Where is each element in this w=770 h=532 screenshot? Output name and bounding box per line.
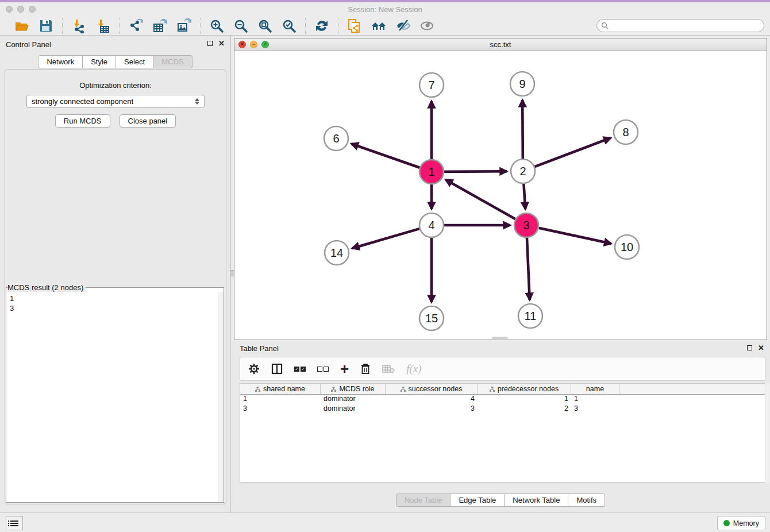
cell-successor-nodes[interactable]: 3 [386,404,478,414]
zoom-out-icon[interactable] [233,18,249,34]
cell-shared-name[interactable]: 1 [240,395,321,404]
select-all-checkboxes-icon[interactable]: ✓✓ [294,360,306,377]
canvas-resize-grip[interactable] [492,337,508,339]
search-input[interactable] [596,19,764,32]
network-window-titlebar[interactable]: ✕ − + scc.txt [234,38,767,51]
first-neighbors-icon[interactable] [371,18,387,34]
tab-node-table[interactable]: Node Table [396,494,451,507]
table-row[interactable]: 3dominator323 [240,404,765,414]
float-table-panel-icon[interactable] [747,345,752,350]
memory-status-icon [723,520,730,526]
show-all-icon[interactable] [419,18,435,34]
import-network-icon[interactable] [71,18,87,34]
cell-MCDS-role[interactable]: dominator [321,395,386,404]
control-panel-tabs: NetworkStyleSelectMCDS [0,55,230,68]
fit-content-icon[interactable] [257,18,273,34]
window-title: Session: New Session [0,5,770,14]
cell-name[interactable]: 1 [571,395,619,404]
cell-predecessor-nodes[interactable]: 1 [478,395,571,404]
cell-successor-nodes[interactable]: 4 [386,395,478,404]
column-header-MCDS-role[interactable]: MCDS role [321,384,386,394]
memory-label: Memory [733,519,759,527]
graph-node-label-9: 9 [519,78,525,90]
task-history-button[interactable] [6,516,23,530]
graph-node-label-7: 7 [428,79,434,91]
run-mcds-button[interactable]: Run MCDS [55,114,110,128]
control-panel-window-buttons: ✕ [207,41,225,46]
memory-button[interactable]: Memory [717,516,765,530]
criterion-value: strongly connected component [32,97,133,106]
flat-hierarchy-icon [490,387,495,392]
edge-2-3[interactable] [523,184,525,209]
close-table-panel-icon[interactable]: ✕ [758,345,764,350]
flat-hierarchy-icon [255,387,260,392]
zoom-selected-icon[interactable] [281,18,297,34]
graph-node-label-14: 14 [330,246,343,259]
graph-node-label-3: 3 [523,219,529,232]
export-table-icon[interactable] [152,18,168,34]
import-table-icon[interactable] [95,18,111,34]
column-header-shared-name[interactable]: shared name [240,384,321,394]
edge-2-9[interactable] [522,100,523,159]
tab-mcds[interactable]: MCDS [153,55,192,68]
export-network-icon[interactable] [128,18,144,34]
edge-1-2[interactable] [444,171,507,172]
table-tabs: Node TableEdge TableNetwork TableMotifs [231,494,770,507]
node-table[interactable]: shared nameMCDS rolesuccessor nodesprede… [240,383,765,483]
tab-network-table[interactable]: Network Table [505,494,568,507]
cell-MCDS-role[interactable]: dominator [321,404,386,414]
tab-motifs[interactable]: Motifs [568,494,605,507]
column-header-successor-nodes[interactable]: successor nodes [386,384,478,394]
delete-row-icon[interactable] [360,360,371,377]
open-session-icon[interactable] [14,18,30,34]
gear-icon[interactable] [248,360,260,377]
table-panel-title: Table Panel [240,344,279,353]
table-body: 1dominator4113dominator323 [240,395,765,414]
tab-select[interactable]: Select [116,55,153,68]
graph-node-label-11: 11 [525,310,537,322]
tab-edge-table[interactable]: Edge Table [451,494,505,507]
edge-3-1[interactable] [445,180,515,219]
zoom-in-icon[interactable] [209,18,225,34]
clone-network-icon[interactable] [346,18,363,34]
graph-node-label-6: 6 [333,132,339,145]
table-panel-window-buttons: ✕ [747,345,764,350]
tab-network[interactable]: Network [38,55,83,68]
cell-shared-name[interactable]: 3 [240,404,321,414]
delete-table-icon [382,360,395,377]
column-header-name[interactable]: name [571,384,619,394]
edge-2-8[interactable] [535,138,611,167]
edge-4-14[interactable] [352,229,419,248]
table-row[interactable]: 1dominator411 [240,395,765,404]
column-header-predecessor-nodes[interactable]: predecessor nodes [478,384,571,394]
cell-predecessor-nodes[interactable]: 2 [478,404,571,414]
apply-layout-icon[interactable] [314,18,330,34]
mcds-result-scrollbar[interactable] [218,292,224,502]
hide-selected-icon[interactable] [395,18,411,34]
save-session-icon[interactable] [38,18,54,34]
graph-node-label-8: 8 [622,126,629,138]
edge-3-11[interactable] [527,238,530,300]
table-scrollbar[interactable] [765,383,769,483]
network-canvas[interactable]: 7968124314101511 [234,51,767,340]
close-panel-icon[interactable]: ✕ [218,41,225,46]
criterion-select[interactable]: strongly connected component [26,95,205,108]
task-list-icon [10,521,18,526]
flat-hierarchy-icon [331,387,336,392]
graph-node-label-15: 15 [425,312,438,325]
close-panel-button[interactable]: Close panel [120,114,176,128]
cell-name[interactable]: 3 [571,404,619,414]
deselect-all-checkboxes-icon[interactable] [317,360,329,377]
tab-style[interactable]: Style [83,55,116,68]
split-columns-icon[interactable] [271,360,283,377]
edge-1-6[interactable] [351,144,419,168]
function-builder-icon: f(x) [406,360,421,377]
add-row-icon[interactable]: + [340,360,349,377]
mcds-result-group: MCDS result (2 nodes) 1 3 [6,283,224,503]
float-panel-icon[interactable] [207,41,213,46]
export-image-icon[interactable] [176,18,192,34]
edge-3-10[interactable] [538,228,611,244]
select-stepper-icon [195,98,199,105]
flat-hierarchy-icon [401,387,406,392]
mcds-result-list[interactable]: 1 3 [6,292,224,502]
